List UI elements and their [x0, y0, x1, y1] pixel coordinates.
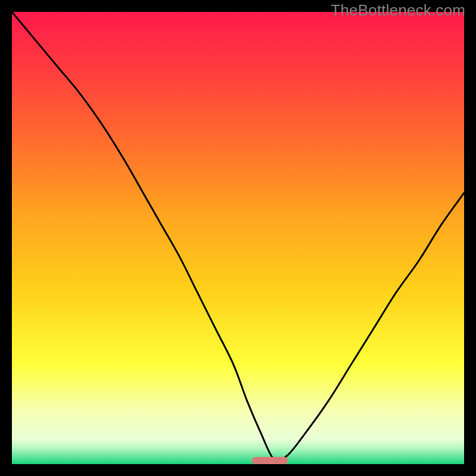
gradient-background: [12, 12, 464, 464]
chart-frame: [12, 12, 464, 464]
plot-canvas: [12, 12, 464, 464]
watermark-text: TheBottleneck.com: [331, 1, 465, 20]
optimum-marker: [252, 457, 288, 464]
